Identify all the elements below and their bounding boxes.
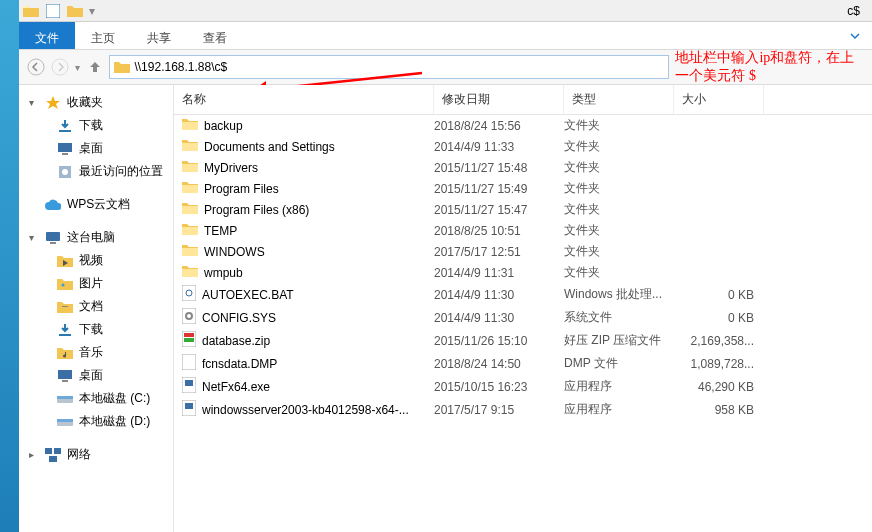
file-row[interactable]: AUTOEXEC.BAT 2014/4/9 11:30 Windows 批处理.… xyxy=(174,283,872,306)
title-bar: ▾ c$ xyxy=(19,0,872,22)
file-icon xyxy=(182,354,196,373)
svg-rect-22 xyxy=(54,448,61,454)
bat-icon xyxy=(182,285,196,304)
file-row[interactable]: Program Files (x86) 2015/11/27 15:47 文件夹 xyxy=(174,199,872,220)
file-type: 文件夹 xyxy=(564,138,674,155)
file-name: wmpub xyxy=(204,266,243,280)
tab-view[interactable]: 查看 xyxy=(187,22,243,49)
sidebar-item[interactable]: 视频 xyxy=(19,249,173,272)
computer-icon xyxy=(45,230,61,246)
exe-icon xyxy=(182,377,196,396)
file-size: 0 KB xyxy=(674,288,764,302)
svg-rect-31 xyxy=(182,354,196,370)
file-size: 0 KB xyxy=(674,311,764,325)
sidebar-item[interactable]: 下载 xyxy=(19,114,173,137)
file-row[interactable]: WINDOWS 2017/5/17 12:51 文件夹 xyxy=(174,241,872,262)
svg-rect-26 xyxy=(182,308,196,324)
chevron-right-icon: ▸ xyxy=(29,449,39,460)
file-date: 2017/5/17 9:15 xyxy=(434,403,564,417)
sidebar-network[interactable]: ▸ 网络 xyxy=(19,443,173,466)
music-icon xyxy=(57,345,73,361)
file-row[interactable]: Documents and Settings 2014/4/9 11:33 文件… xyxy=(174,136,872,157)
navigation-pane[interactable]: ▾ 收藏夹 下载 桌面 最近访问的位置 WPS云文档 ▾ xyxy=(19,85,174,532)
svg-rect-13 xyxy=(62,306,68,307)
file-row[interactable]: wmpub 2014/4/9 11:31 文件夹 xyxy=(174,262,872,283)
file-row[interactable]: Program Files 2015/11/27 15:49 文件夹 xyxy=(174,178,872,199)
sidebar-item[interactable]: 文档 xyxy=(19,295,173,318)
file-row[interactable]: CONFIG.SYS 2014/4/9 11:30 系统文件 0 KB xyxy=(174,306,872,329)
file-name: CONFIG.SYS xyxy=(202,311,276,325)
tab-home[interactable]: 主页 xyxy=(75,22,131,49)
address-input[interactable] xyxy=(134,60,664,74)
address-toolbar: ▾ 地址栏中输入ip和盘符，在上一个美元符 $ xyxy=(19,50,872,85)
sidebar-item[interactable]: 桌面 xyxy=(19,364,173,387)
col-header-type[interactable]: 类型 xyxy=(564,85,674,114)
sidebar-item-label: 本地磁盘 (D:) xyxy=(79,413,150,430)
chevron-down-icon: ▾ xyxy=(29,97,39,108)
svg-point-12 xyxy=(62,283,65,286)
drive-icon xyxy=(57,414,73,430)
sidebar-item[interactable]: 桌面 xyxy=(19,137,173,160)
sidebar-item[interactable]: 本地磁盘 (C:) xyxy=(19,387,173,410)
nav-forward-button[interactable] xyxy=(51,55,69,79)
svg-rect-10 xyxy=(46,232,60,241)
sidebar-item[interactable]: 本地磁盘 (D:) xyxy=(19,410,173,433)
file-size: 2,169,358... xyxy=(674,334,764,348)
file-date: 2018/8/25 10:51 xyxy=(434,224,564,238)
svg-rect-5 xyxy=(59,130,71,132)
file-row[interactable]: TEMP 2018/8/25 10:51 文件夹 xyxy=(174,220,872,241)
file-date: 2015/11/27 15:48 xyxy=(434,161,564,175)
file-row[interactable]: backup 2018/8/24 15:56 文件夹 xyxy=(174,115,872,136)
file-row[interactable]: database.zip 2015/11/26 15:10 好压 ZIP 压缩文… xyxy=(174,329,872,352)
column-headers[interactable]: 名称 修改日期 类型 大小 xyxy=(174,85,872,115)
file-type: 文件夹 xyxy=(564,180,674,197)
file-name: WINDOWS xyxy=(204,245,265,259)
file-row[interactable]: fcnsdata.DMP 2018/8/24 14:50 DMP 文件 1,08… xyxy=(174,352,872,375)
file-type: Windows 批处理... xyxy=(564,286,674,303)
properties-icon[interactable] xyxy=(45,3,61,19)
file-date: 2015/11/27 15:49 xyxy=(434,182,564,196)
sidebar-label: 收藏夹 xyxy=(67,94,103,111)
sidebar-thispc[interactable]: ▾ 这台电脑 xyxy=(19,226,173,249)
ribbon-toggle-icon[interactable] xyxy=(848,22,872,49)
file-row[interactable]: MyDrivers 2015/11/27 15:48 文件夹 xyxy=(174,157,872,178)
sidebar-item[interactable]: 音乐 xyxy=(19,341,173,364)
sidebar-wps[interactable]: WPS云文档 xyxy=(19,193,173,216)
nav-back-button[interactable] xyxy=(27,55,45,79)
sidebar-item[interactable]: 下载 xyxy=(19,318,173,341)
sidebar-label: WPS云文档 xyxy=(67,196,130,213)
file-name: NetFx64.exe xyxy=(202,380,270,394)
recent-locations-dropdown[interactable]: ▾ xyxy=(75,62,80,73)
tab-share[interactable]: 共享 xyxy=(131,22,187,49)
file-type: 文件夹 xyxy=(564,243,674,260)
file-type: DMP 文件 xyxy=(564,355,674,372)
file-type: 文件夹 xyxy=(564,159,674,176)
sys-icon xyxy=(182,308,196,327)
col-header-date[interactable]: 修改日期 xyxy=(434,85,564,114)
file-size: 958 KB xyxy=(674,403,764,417)
folder-icon xyxy=(182,180,198,197)
exe-icon xyxy=(182,400,196,419)
folder-icon xyxy=(182,159,198,176)
address-bar[interactable] xyxy=(109,55,669,79)
sidebar-item-label: 下载 xyxy=(79,321,103,338)
file-row[interactable]: NetFx64.exe 2015/10/15 16:23 应用程序 46,290… xyxy=(174,375,872,398)
sidebar-item-label: 本地磁盘 (C:) xyxy=(79,390,150,407)
file-name: TEMP xyxy=(204,224,237,238)
sidebar-item[interactable]: 最近访问的位置 xyxy=(19,160,173,183)
col-header-size[interactable]: 大小 xyxy=(674,85,764,114)
file-type: 系统文件 xyxy=(564,309,674,326)
nav-up-button[interactable] xyxy=(86,55,103,79)
file-type: 文件夹 xyxy=(564,201,674,218)
tab-file[interactable]: 文件 xyxy=(19,22,75,49)
file-row[interactable]: windowsserver2003-kb4012598-x64-... 2017… xyxy=(174,398,872,421)
sidebar-favorites[interactable]: ▾ 收藏夹 xyxy=(19,91,173,114)
svg-rect-33 xyxy=(185,380,193,386)
sidebar-item[interactable]: 图片 xyxy=(19,272,173,295)
quick-open-icon[interactable] xyxy=(67,3,83,19)
col-header-name[interactable]: 名称 xyxy=(174,85,434,114)
folder-icon xyxy=(182,138,198,155)
svg-rect-6 xyxy=(58,143,72,152)
file-name: Documents and Settings xyxy=(204,140,335,154)
file-type: 文件夹 xyxy=(564,222,674,239)
